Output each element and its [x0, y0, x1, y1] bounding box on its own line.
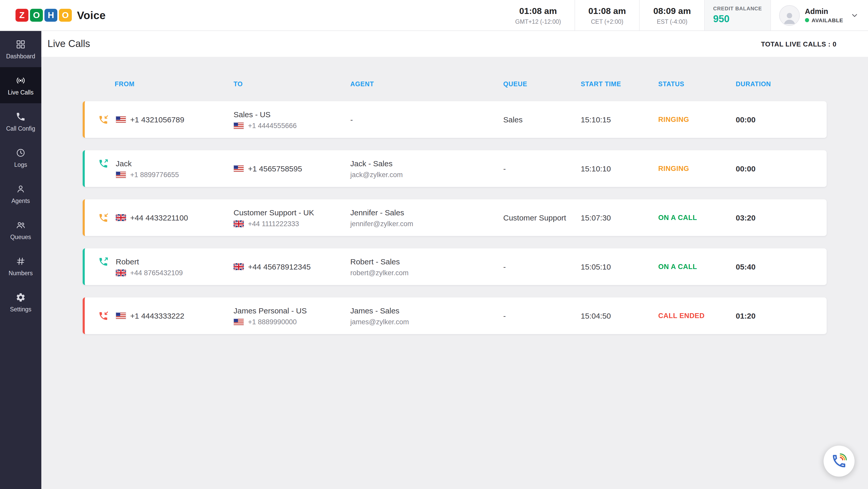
logo-letter: O [30, 9, 43, 22]
to-cell: +1 4565758595 [234, 164, 350, 173]
agent-cell: Jennifer - Sales jennifer@zylker.com [350, 207, 503, 228]
party: +44 45678912345 [234, 262, 350, 271]
logo-letter: H [44, 9, 57, 22]
party: Customer Support - UK +44 1111222333 [234, 207, 350, 228]
table-row[interactable]: +1 4443333222 James Personal - US +1 888… [83, 297, 827, 334]
zoho-logo: ZOHO [16, 9, 72, 22]
uk-flag-icon [116, 269, 126, 276]
party: Jack +1 8899776655 [116, 158, 179, 179]
party: Sales - US +1 4444555666 [234, 109, 350, 130]
agent-email: robert@zylker.com [350, 269, 503, 277]
party: +1 4443333222 [116, 311, 184, 320]
agent-cell: Robert - Sales robert@zylker.com [350, 256, 503, 277]
clock-time: 01:08 am [519, 6, 557, 16]
duration-cell: 01:20 [736, 312, 827, 320]
user-silhouette-icon [782, 9, 797, 25]
agent-cell: - [350, 115, 503, 125]
agent-email: james@zylker.com [350, 318, 503, 326]
duration-cell: 03:20 [736, 213, 827, 222]
call-config-icon [16, 111, 26, 122]
to-cell: James Personal - US +1 8889990000 [234, 305, 350, 326]
clock-zone: CET (+2:00) [591, 18, 623, 25]
sidebar-item-numbers[interactable]: Numbers [0, 248, 41, 284]
shell: Dashboard Live Calls Call Config Logs Ag… [0, 31, 868, 489]
chevron-down-icon[interactable] [850, 11, 859, 19]
table-row[interactable]: +44 4433221100 Customer Support - UK +44… [83, 199, 827, 236]
start-time-cell: 15:05:10 [581, 262, 658, 271]
sidebar-item-label: Agents [11, 197, 30, 204]
party: Robert +44 8765432109 [116, 256, 183, 277]
table-row[interactable]: +1 4321056789 Sales - US +1 4444555666 -… [83, 101, 827, 138]
party-number: +1 4321056789 [116, 115, 184, 124]
logs-icon [16, 148, 26, 158]
topbar-right: 01:08 am GMT+12 (-12:00)01:08 am CET (+2… [502, 0, 868, 30]
table-row[interactable]: Jack +1 8899776655 +1 4565758595 Jack - … [83, 150, 827, 187]
agent-name: Robert - Sales [350, 256, 503, 266]
status-cell: RINGING [658, 116, 736, 123]
content: FROMTOAGENTQUEUESTART TIMESTATUSDURATION… [41, 57, 868, 489]
from-cell: Robert +44 8765432109 [85, 256, 234, 277]
us-flag-icon [116, 312, 126, 319]
agent-name: Jack - Sales [350, 158, 503, 168]
status-cell: CALL ENDED [658, 312, 736, 320]
party-number: +1 4565758595 [234, 164, 350, 173]
avatar [779, 5, 800, 26]
to-cell: +44 45678912345 [234, 262, 350, 271]
party-name: Robert [116, 256, 183, 266]
party: James Personal - US +1 8889990000 [234, 305, 350, 326]
from-cell: +44 4433221100 [85, 213, 234, 223]
party-number: +44 4433221100 [116, 213, 188, 222]
brand-product-name: Voice [77, 9, 106, 22]
sidebar-item-live-calls[interactable]: Live Calls [0, 67, 41, 103]
sidebar-item-label: Queues [10, 234, 31, 240]
party-number: +1 8889990000 [234, 318, 350, 326]
dialer-fab[interactable] [824, 446, 855, 477]
start-time-cell: 15:10:15 [581, 115, 658, 124]
sidebar-item-settings[interactable]: Settings [0, 284, 41, 320]
table-row[interactable]: Robert +44 8765432109 +44 45678912345 Ro… [83, 248, 827, 285]
duration-cell: 00:00 [736, 115, 827, 124]
logo-letter: Z [16, 9, 28, 22]
sidebar-item-call-config[interactable]: Call Config [0, 103, 41, 139]
dashboard-icon [16, 39, 26, 49]
sidebar-item-agents[interactable]: Agents [0, 175, 41, 212]
sidebar-item-queues[interactable]: Queues [0, 212, 41, 248]
logo-letter: O [59, 9, 72, 22]
outgoing-call-icon [98, 158, 110, 169]
credit-balance-label: CREDIT BALANCE [713, 6, 762, 11]
to-cell: Customer Support - UK +44 1111222333 [234, 207, 350, 228]
queue-cell: - [503, 262, 581, 271]
availability-dot [805, 18, 809, 22]
start-time-cell: 15:07:30 [581, 213, 658, 222]
queue-cell: - [503, 164, 581, 173]
user-name: Admin [805, 7, 843, 15]
sidebar-item-label: Numbers [8, 270, 33, 276]
party-number: +1 8899776655 [116, 171, 179, 179]
sidebar-item-logs[interactable]: Logs [0, 139, 41, 175]
party-number: +44 8765432109 [116, 269, 183, 277]
uk-flag-icon [234, 263, 244, 270]
us-flag-icon [234, 165, 244, 172]
uk-flag-icon [234, 221, 244, 227]
ended-call-icon [98, 311, 110, 321]
column-header-to: TO [234, 80, 350, 88]
us-flag-icon [116, 171, 126, 178]
queue-cell: - [503, 312, 581, 320]
page-title: Live Calls [48, 38, 90, 50]
party-name: Customer Support - UK [234, 207, 350, 217]
main: Live Calls TOTAL LIVE CALLS : 0 FROMTOAG… [41, 31, 868, 489]
party-number: +1 4444555666 [234, 122, 350, 130]
agent-name: - [350, 115, 503, 125]
topbar: ZOHO Voice 01:08 am GMT+12 (-12:00)01:08… [0, 0, 868, 31]
column-header-duration: DURATION [736, 80, 827, 88]
user-status: AVAILABLE [805, 17, 843, 23]
party-name: Sales - US [234, 109, 350, 119]
live-calls-icon [16, 75, 26, 86]
brand[interactable]: ZOHO Voice [0, 0, 106, 30]
column-header-from: FROM [83, 80, 234, 88]
page-header: Live Calls TOTAL LIVE CALLS : 0 [41, 31, 868, 57]
credit-balance-value: 950 [713, 13, 762, 25]
from-cell: +1 4321056789 [85, 115, 234, 125]
sidebar-item-dashboard[interactable]: Dashboard [0, 31, 41, 67]
user-menu[interactable]: Admin AVAILABLE [771, 0, 868, 30]
